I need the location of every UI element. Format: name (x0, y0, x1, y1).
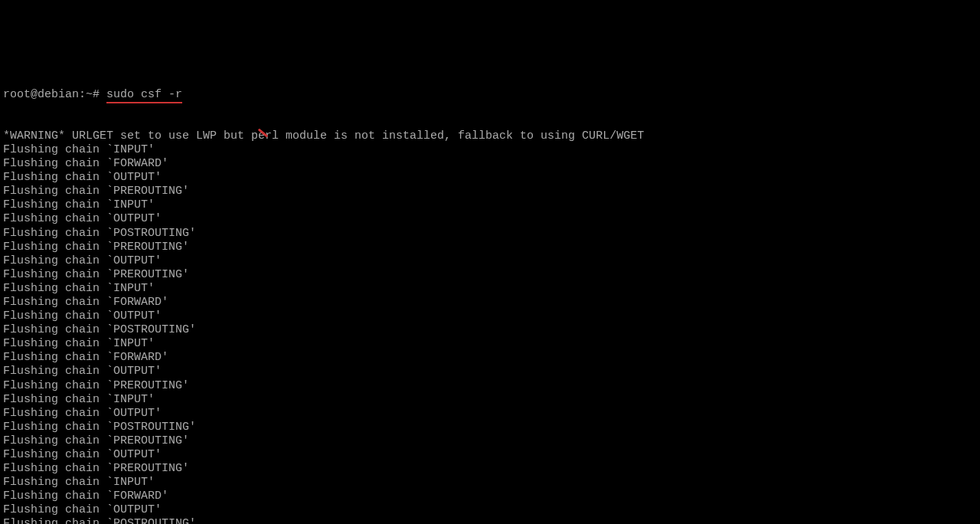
terminal-window[interactable]: root@debian:~# sudo csf -r *WARNING* URL… (3, 60, 977, 524)
output-line: Flushing chain `OUTPUT' (3, 448, 977, 462)
terminal-output: *WARNING* URLGET set to use LWP but perl… (3, 129, 977, 524)
output-line: Flushing chain `INPUT' (3, 476, 977, 490)
output-line: Flushing chain `INPUT' (3, 337, 977, 351)
output-line: Flushing chain `OUTPUT' (3, 254, 977, 268)
output-line: *WARNING* URLGET set to use LWP but perl… (3, 129, 977, 143)
output-line: Flushing chain `PREROUTING' (3, 268, 977, 282)
output-line: Flushing chain `PREROUTING' (3, 462, 977, 476)
output-line: Flushing chain `POSTROUTING' (3, 517, 977, 524)
output-line: Flushing chain `INPUT' (3, 393, 977, 407)
output-line: Flushing chain `PREROUTING' (3, 241, 977, 254)
output-line: Flushing chain `OUTPUT' (3, 365, 977, 378)
output-line: Flushing chain `OUTPUT' (3, 407, 977, 421)
output-line: Flushing chain `FORWARD' (3, 490, 977, 503)
command-text: sudo csf -r (106, 88, 182, 103)
output-line: Flushing chain `OUTPUT' (3, 171, 977, 185)
output-line: Flushing chain `FORWARD' (3, 157, 977, 171)
output-line: Flushing chain `INPUT' (3, 282, 977, 296)
output-line: Flushing chain `FORWARD' (3, 351, 977, 365)
output-line: Flushing chain `FORWARD' (3, 296, 977, 309)
output-line: Flushing chain `OUTPUT' (3, 212, 977, 226)
output-line: Flushing chain `INPUT' (3, 143, 977, 157)
prompt-line: root@debian:~# sudo csf -r (3, 88, 977, 102)
output-line: Flushing chain `PREROUTING' (3, 185, 977, 198)
output-line: Flushing chain `PREROUTING' (3, 379, 977, 393)
output-line: Flushing chain `OUTPUT' (3, 503, 977, 517)
output-line: Flushing chain `POSTROUTING' (3, 227, 977, 241)
prompt-user-host: root@debian:~# (3, 88, 106, 101)
output-line: Flushing chain `POSTROUTING' (3, 421, 977, 434)
output-line: Flushing chain `POSTROUTING' (3, 323, 977, 337)
output-line: Flushing chain `OUTPUT' (3, 309, 977, 323)
output-line: Flushing chain `INPUT' (3, 198, 977, 212)
output-line: Flushing chain `PREROUTING' (3, 434, 977, 448)
